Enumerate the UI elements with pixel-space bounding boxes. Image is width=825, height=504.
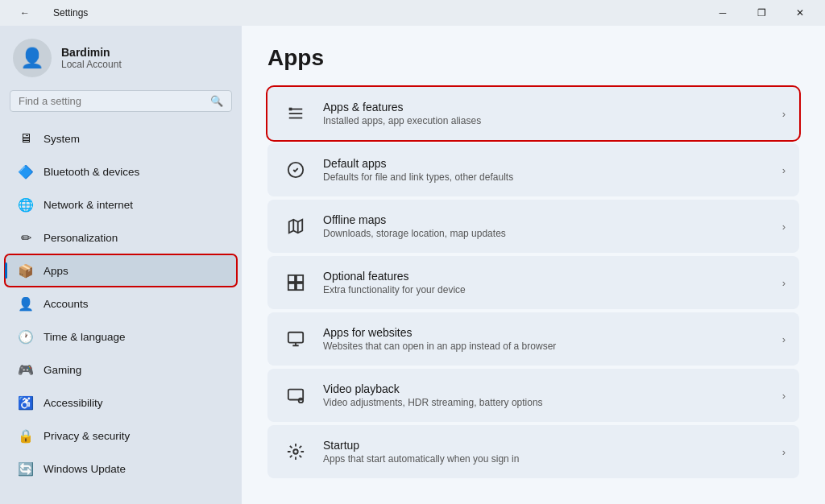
nav-icon-network: 🌐 [18, 196, 34, 213]
settings-item-apps-features[interactable]: Apps & features Installed apps, app exec… [267, 87, 799, 140]
sidebar-nav: 🖥 System 🔷 Bluetooth & devices 🌐 Network… [0, 122, 242, 485]
titlebar-left: ← Settings [6, 0, 88, 26]
close-button[interactable]: ✕ [781, 0, 819, 26]
chevron-icon-video-playback: › [782, 390, 786, 402]
settings-desc-apps-features: Installed apps, app execution aliases [323, 115, 769, 126]
sidebar: 👤 Bardimin Local Account 🔍 🖥 System 🔷 Bl… [0, 26, 242, 504]
sidebar-item-privacy[interactable]: 🔒 Privacy & security [5, 419, 237, 452]
app-container: 👤 Bardimin Local Account 🔍 🖥 System 🔷 Bl… [0, 26, 825, 504]
nav-icon-gaming: 🎮 [18, 361, 34, 378]
settings-title-offline-maps: Offline maps [323, 213, 769, 226]
nav-icon-windows-update: 🔄 [18, 461, 34, 477]
settings-item-optional-features[interactable]: Optional features Extra functionality fo… [267, 256, 799, 309]
nav-label-accessibility: Accessibility [44, 397, 103, 409]
chevron-icon-optional-features: › [782, 277, 786, 289]
nav-icon-system: 🖥 [18, 130, 34, 147]
nav-icon-bluetooth: 🔷 [18, 163, 34, 180]
svg-rect-10 [288, 283, 295, 290]
settings-desc-startup: Apps that start automatically when you s… [323, 453, 769, 465]
search-input[interactable] [19, 95, 204, 107]
svg-rect-12 [288, 333, 303, 343]
settings-text-default-apps: Default apps Defaults for file and link … [323, 157, 769, 183]
titlebar-controls: ─ ❐ ✕ [704, 0, 819, 26]
chevron-icon-startup: › [782, 446, 786, 458]
settings-title-apps-websites: Apps for websites [323, 326, 769, 339]
svg-rect-11 [296, 283, 303, 290]
svg-rect-8 [288, 275, 295, 282]
search-box[interactable]: 🔍 [10, 90, 232, 112]
chevron-icon-offline-maps: › [782, 221, 786, 233]
settings-desc-optional-features: Extra functionality for your device [323, 284, 769, 295]
nav-label-network: Network & internet [44, 199, 133, 211]
back-button[interactable]: ← [6, 0, 44, 26]
settings-item-startup[interactable]: Startup Apps that start automatically wh… [267, 425, 799, 478]
settings-icon-video-playback [281, 381, 310, 410]
chevron-icon-apps-websites: › [782, 333, 786, 345]
sidebar-item-accounts[interactable]: 👤 Accounts [5, 287, 237, 320]
sidebar-item-accessibility[interactable]: ♿ Accessibility [5, 386, 237, 419]
settings-item-default-apps[interactable]: Default apps Defaults for file and link … [267, 143, 799, 196]
nav-label-time: Time & language [44, 331, 126, 343]
settings-icon-default-apps [281, 155, 310, 184]
user-profile: 👤 Bardimin Local Account [0, 26, 242, 87]
sidebar-item-apps[interactable]: 📦 Apps [5, 254, 237, 287]
settings-icon-optional-features [281, 268, 310, 297]
settings-icon-apps-features [281, 99, 310, 128]
nav-label-windows-update: Windows Update [44, 463, 126, 475]
settings-text-apps-features: Apps & features Installed apps, app exec… [323, 101, 769, 126]
sidebar-item-network[interactable]: 🌐 Network & internet [5, 188, 237, 221]
nav-icon-privacy: 🔒 [18, 428, 34, 444]
settings-text-startup: Startup Apps that start automatically wh… [323, 439, 769, 465]
nav-icon-accounts: 👤 [18, 295, 34, 312]
settings-icon-offline-maps [281, 212, 310, 241]
settings-item-apps-websites[interactable]: Apps for websites Websites that can open… [267, 312, 799, 366]
sidebar-item-system[interactable]: 🖥 System [5, 122, 237, 155]
main-content: Apps Apps & features Installed apps, app… [242, 26, 825, 504]
settings-text-apps-websites: Apps for websites Websites that can open… [323, 326, 769, 352]
settings-item-offline-maps[interactable]: Offline maps Downloads, storage location… [267, 200, 799, 253]
settings-desc-offline-maps: Downloads, storage location, map updates [323, 228, 769, 239]
back-icon: ← [20, 7, 30, 19]
titlebar: ← Settings ─ ❐ ✕ [0, 0, 825, 26]
nav-label-apps: Apps [44, 265, 68, 277]
settings-title-video-playback: Video playback [323, 382, 769, 395]
svg-rect-9 [296, 275, 303, 282]
nav-label-system: System [44, 133, 80, 145]
svg-point-15 [293, 449, 298, 454]
user-name: Bardimin [61, 46, 122, 59]
nav-icon-personalization: ✏ [18, 229, 34, 246]
sidebar-item-windows-update[interactable]: 🔄 Windows Update [5, 452, 237, 485]
settings-list: Apps & features Installed apps, app exec… [267, 87, 799, 478]
restore-button[interactable]: ❐ [743, 0, 780, 26]
nav-label-personalization: Personalization [44, 232, 118, 244]
nav-label-gaming: Gaming [44, 364, 81, 376]
search-container: 🔍 [0, 87, 242, 122]
settings-desc-apps-websites: Websites that can open in an app instead… [323, 341, 769, 352]
settings-title-apps-features: Apps & features [323, 101, 769, 114]
sidebar-item-bluetooth[interactable]: 🔷 Bluetooth & devices [5, 155, 237, 188]
nav-icon-accessibility: ♿ [18, 395, 34, 411]
svg-marker-5 [289, 220, 303, 233]
nav-label-bluetooth: Bluetooth & devices [44, 166, 139, 178]
settings-desc-default-apps: Defaults for file and link types, other … [323, 171, 769, 183]
sidebar-item-gaming[interactable]: 🎮 Gaming [5, 353, 237, 386]
nav-label-privacy: Privacy & security [44, 430, 130, 442]
settings-desc-video-playback: Video adjustments, HDR streaming, batter… [323, 397, 769, 408]
chevron-icon-apps-features: › [782, 108, 786, 120]
settings-icon-apps-websites [281, 324, 310, 353]
user-info: Bardimin Local Account [61, 46, 122, 70]
nav-icon-time: 🕐 [18, 328, 34, 345]
settings-icon-startup [281, 437, 310, 466]
svg-rect-3 [289, 108, 292, 111]
minimize-button[interactable]: ─ [704, 0, 741, 26]
page-title: Apps [267, 45, 799, 71]
settings-title-startup: Startup [323, 439, 769, 452]
settings-item-video-playback[interactable]: Video playback Video adjustments, HDR st… [267, 369, 799, 422]
sidebar-item-personalization[interactable]: ✏ Personalization [5, 221, 237, 254]
sidebar-item-time[interactable]: 🕐 Time & language [5, 320, 237, 353]
avatar: 👤 [13, 39, 52, 77]
nav-icon-apps: 📦 [18, 262, 34, 279]
nav-label-accounts: Accounts [44, 298, 89, 310]
settings-text-offline-maps: Offline maps Downloads, storage location… [323, 213, 769, 239]
titlebar-title: Settings [53, 7, 88, 19]
